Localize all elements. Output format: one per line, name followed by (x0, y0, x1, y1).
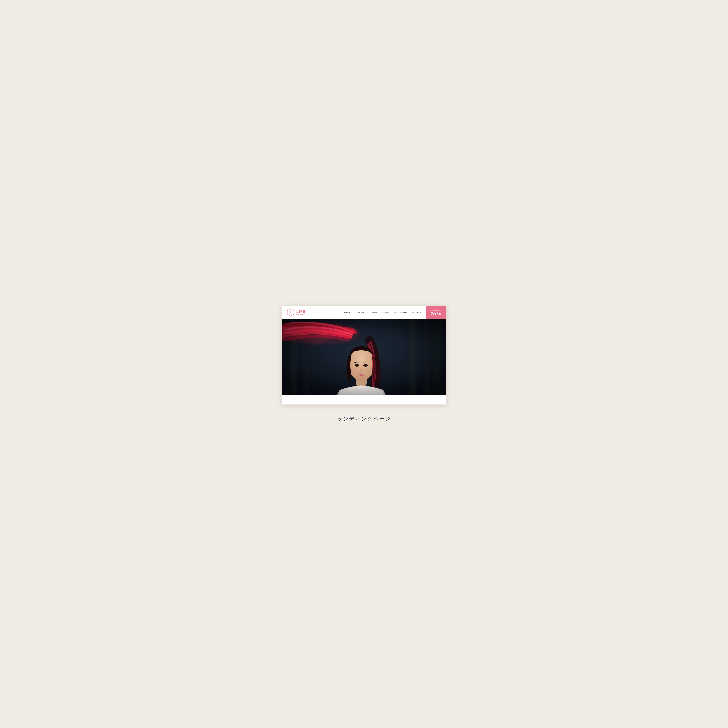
navbar: LIFE hair design HOME CONCEPT MENU STYLE… (282, 306, 446, 319)
svg-point-2 (291, 311, 292, 312)
hero-image (282, 319, 446, 395)
svg-marker-0 (287, 309, 294, 316)
footer-strip (282, 395, 446, 404)
nav-link-menu[interactable]: MENU (371, 311, 377, 314)
logo-title: LIFE (297, 309, 306, 314)
browser-card: LIFE hair design HOME CONCEPT MENU STYLE… (282, 306, 446, 404)
reservation-label-bottom: 予約する (431, 312, 441, 315)
nav-link-access[interactable]: ACCESS (412, 311, 421, 314)
logo-subtitle: hair design (297, 314, 306, 315)
hero-section (282, 319, 446, 395)
logo-area: LIFE hair design (287, 308, 306, 317)
svg-point-1 (289, 311, 291, 312)
nav-link-salon-info[interactable]: SALON INFO (394, 311, 407, 314)
svg-rect-23 (282, 319, 446, 395)
reservation-label-top: RESAVATION (430, 309, 441, 311)
logo-text: LIFE hair design (297, 309, 306, 315)
nav-link-home[interactable]: HOME (344, 311, 350, 314)
reservation-button[interactable]: RESAVATION 予約する (426, 306, 446, 319)
logo-icon (287, 308, 295, 317)
page-wrapper: LIFE hair design HOME CONCEPT MENU STYLE… (282, 306, 446, 422)
nav-link-concept[interactable]: CONCEPT (355, 311, 366, 314)
page-label: ランディングページ (337, 415, 391, 422)
nav-links: HOME CONCEPT MENU STYLE SALON INFO ACCES… (339, 311, 426, 314)
nav-link-style[interactable]: STYLE (382, 311, 388, 314)
